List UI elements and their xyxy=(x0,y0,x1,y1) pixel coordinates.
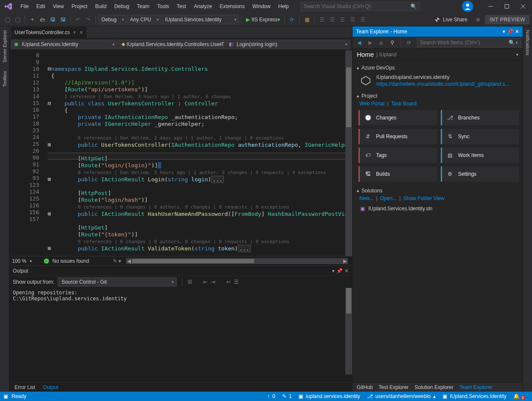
liveshare-button[interactable]: Live Share xyxy=(431,17,471,23)
status-pending[interactable]: ✎ 1 xyxy=(279,393,295,399)
link-taskboard[interactable]: Task Board xyxy=(391,101,416,107)
indent-icon[interactable]: ☰ xyxy=(317,15,327,24)
config-combo[interactable]: Debug xyxy=(98,15,126,24)
menu-test[interactable]: Test xyxy=(173,2,190,11)
tile-settings[interactable]: ⚙Settings xyxy=(441,166,520,182)
tile-pull-requests[interactable]: ⇵Pull Requests xyxy=(359,129,437,144)
toolbox-tab[interactable]: Toolbox xyxy=(2,71,7,87)
undo-icon[interactable]: ↶ xyxy=(73,15,83,24)
indent-right-icon[interactable]: ⇥ xyxy=(211,279,215,285)
redo-icon[interactable]: ↷ xyxy=(84,15,93,24)
save-icon[interactable]: 🖫 xyxy=(48,15,58,24)
tab-solution-explorer[interactable]: Solution Explorer xyxy=(414,384,453,390)
startup-combo[interactable]: IUpland.Services.Identity xyxy=(162,15,239,24)
menu-edit[interactable]: Edit xyxy=(33,2,49,11)
repo-url[interactable]: https://danhellem.visualstudio.com/iUpla… xyxy=(376,81,509,87)
pin-icon[interactable]: 📌 xyxy=(507,29,513,35)
platform-combo[interactable]: Any CPU xyxy=(127,15,161,24)
save-all-icon[interactable]: 🖫 xyxy=(58,15,68,24)
link-webportal[interactable]: Web Portal xyxy=(359,101,385,107)
repo-name[interactable]: iUpland/iupland.services.identity xyxy=(376,74,509,80)
browser-icon[interactable]: ▦ xyxy=(302,15,312,24)
comment-icon[interactable]: ☰ xyxy=(338,15,347,24)
pin-icon[interactable]: 🖈 xyxy=(72,30,77,35)
tile-tags[interactable]: 🏷Tags xyxy=(359,148,437,163)
refresh-icon[interactable]: ⟳ xyxy=(404,38,413,47)
close-tab-icon[interactable]: ✕ xyxy=(79,30,83,35)
menu-tools[interactable]: Tools xyxy=(154,2,173,11)
refresh-icon[interactable]: ⟳ xyxy=(287,15,297,24)
nav-project[interactable]: ▣IUpland.Services.Identity xyxy=(11,40,118,49)
output-body[interactable]: Opening repositories: C:\GitRepos\iuplan… xyxy=(9,288,352,382)
tab-test-explorer[interactable]: Test Explorer xyxy=(379,384,408,390)
indent-left-icon[interactable]: ⇤ xyxy=(203,279,208,285)
pin-icon[interactable]: 📌 xyxy=(336,268,343,274)
output-scrollbar[interactable] xyxy=(345,288,352,375)
editor-scrollbar[interactable] xyxy=(345,50,352,256)
maximize-button[interactable] xyxy=(500,1,514,12)
menu-window[interactable]: Window xyxy=(249,2,274,11)
menu-extensions[interactable]: Extensions xyxy=(216,2,248,11)
back-icon[interactable]: ◀ xyxy=(354,38,364,47)
te-search-input[interactable] xyxy=(420,40,509,46)
minimize-button[interactable] xyxy=(483,1,498,12)
document-tab[interactable]: UserTokensController.cs 🖈 ✕ xyxy=(11,27,87,38)
menu-debug[interactable]: Debug xyxy=(111,2,133,11)
tile-branches[interactable]: ⎇Branches xyxy=(441,110,520,125)
status-branch[interactable]: ⎇ users/danhellem/weebio ▴ xyxy=(364,393,439,399)
tab-error-list[interactable]: Error List xyxy=(13,384,37,391)
tile-sync[interactable]: ⇅Sync xyxy=(441,129,520,144)
dropdown-icon[interactable]: ▾ xyxy=(503,29,505,35)
menu-project[interactable]: Project xyxy=(68,2,91,11)
menu-build[interactable]: Build xyxy=(92,2,110,11)
tab-github[interactable]: GitHub xyxy=(357,384,373,390)
status-solution[interactable]: ▣ IUpland.Services.Identity xyxy=(439,393,510,399)
tile-work-items[interactable]: ▤Work Items xyxy=(441,148,520,163)
menu-analyze[interactable]: Analyze xyxy=(191,2,216,11)
tab-team-explorer[interactable]: Team Explorer xyxy=(460,384,492,390)
bookmark-icon[interactable]: ☰ xyxy=(358,15,367,24)
global-search[interactable]: 🔍 xyxy=(301,2,420,11)
zoom-level[interactable]: 100 % xyxy=(12,258,26,264)
section-solutions[interactable]: ▲Solutions xyxy=(356,188,519,194)
uncomment-icon[interactable]: ☰ xyxy=(348,15,357,24)
global-search-input[interactable] xyxy=(304,3,411,9)
menu-view[interactable]: View xyxy=(49,2,67,11)
forward-icon[interactable]: ▶ xyxy=(365,38,375,47)
server-explorer-tab[interactable]: Server Explorer xyxy=(2,30,7,62)
status-notifications[interactable]: 🔔2 xyxy=(510,393,529,400)
te-breadcrumb[interactable]: Home | iUpland ▾ xyxy=(353,49,523,61)
brush-icon[interactable]: ✎ ▾ xyxy=(113,258,121,264)
user-avatar[interactable] xyxy=(462,1,473,12)
open-icon[interactable]: 🗁 xyxy=(38,15,47,24)
dropdown-icon[interactable]: ▾ xyxy=(332,268,335,274)
editor-hscroll[interactable]: ◀▶ xyxy=(126,258,348,264)
close-icon[interactable]: ✕ xyxy=(344,268,349,274)
tile-builds[interactable]: 🏗Builds xyxy=(359,166,437,182)
outdent-icon[interactable]: ☰ xyxy=(327,15,337,24)
solution-item[interactable]: ▣IUpland.Services.Identity.sln xyxy=(356,204,519,212)
menu-team[interactable]: Team xyxy=(133,2,153,11)
link-folderview[interactable]: Show Folder View xyxy=(403,195,445,201)
clear-icon[interactable]: ☒ xyxy=(188,279,192,285)
te-search[interactable]: 🔍▾ xyxy=(417,38,521,47)
tile-changes[interactable]: 🕒Changes xyxy=(359,110,437,125)
home-icon[interactable]: ⌂ xyxy=(376,38,386,47)
output-source-combo[interactable]: Source Control - Git xyxy=(58,277,177,287)
link-new[interactable]: New... xyxy=(359,195,373,201)
chevron-down-icon[interactable]: ▾ xyxy=(516,52,518,57)
section-azure[interactable]: ▲Azure DevOps xyxy=(356,65,519,71)
list-icon[interactable]: ☰ xyxy=(234,279,239,285)
nav-back-icon[interactable]: ◯ xyxy=(3,15,12,24)
close-button[interactable] xyxy=(516,1,530,12)
tab-output[interactable]: Output xyxy=(41,384,60,391)
new-item-icon[interactable]: ＋ xyxy=(28,15,37,24)
section-project[interactable]: ▲Project xyxy=(356,93,519,99)
run-button[interactable]: ▶ IIS Express ▾ xyxy=(244,15,282,24)
link-open[interactable]: Open... xyxy=(380,195,396,201)
status-push[interactable]: ↑ 0 xyxy=(264,393,279,399)
status-repo[interactable]: ▣ iupland.services.identity xyxy=(295,393,363,399)
nav-member[interactable]: ◧Login(string login) xyxy=(226,40,350,49)
code[interactable]: ⊟namespace IUpland.Services.Identity.Con… xyxy=(48,50,345,256)
wrap-icon[interactable]: ↩ xyxy=(226,279,231,285)
